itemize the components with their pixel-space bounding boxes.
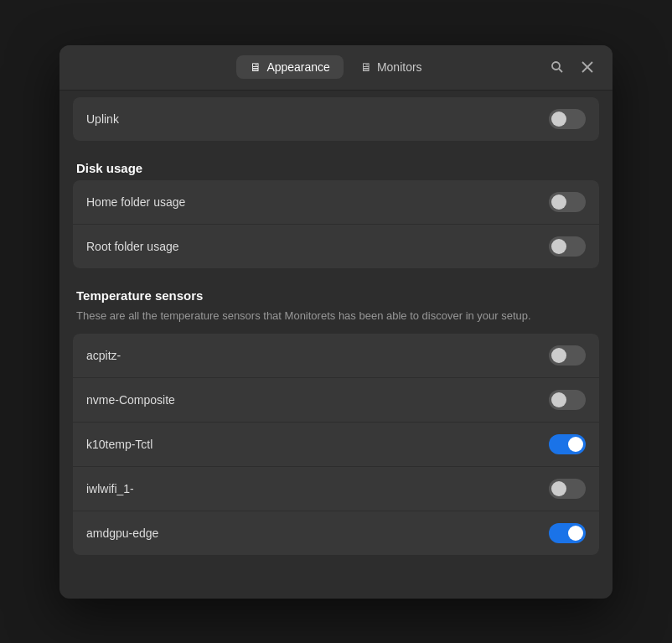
acpitz-thumb <box>551 348 566 363</box>
acpitz-label: acpitz- <box>86 349 121 362</box>
titlebar: 🖥 Appearance 🖥 Monitors <box>59 45 613 91</box>
nvme-composite-thumb <box>551 392 566 407</box>
home-folder-thumb <box>551 194 566 210</box>
amdgpu-edge-track[interactable] <box>549 523 586 543</box>
titlebar-actions <box>545 55 599 79</box>
table-row: acpitz- <box>73 334 599 377</box>
search-icon <box>551 60 564 74</box>
temperature-sensors-desc: These are all the temperature sensors th… <box>73 308 599 324</box>
content-area: Uplink Disk usage Home folder usage <box>59 91 613 599</box>
k10temp-tctl-track[interactable] <box>549 434 586 454</box>
home-folder-track[interactable] <box>549 192 586 212</box>
root-folder-label: Root folder usage <box>86 240 179 253</box>
nvme-composite-track[interactable] <box>549 390 586 410</box>
table-row: Home folder usage <box>73 180 599 224</box>
k10temp-tctl-label: k10temp-Tctl <box>86 438 152 451</box>
nvme-composite-toggle[interactable] <box>549 390 586 410</box>
acpitz-toggle[interactable] <box>549 345 586 366</box>
settings-window: 🖥 Appearance 🖥 Monitors <box>59 45 613 599</box>
uplink-toggle[interactable] <box>549 109 586 129</box>
home-folder-toggle[interactable] <box>549 192 586 212</box>
amdgpu-edge-thumb <box>568 526 583 541</box>
uplink-thumb <box>551 111 566 127</box>
table-row: amdgpu-edge <box>73 511 599 555</box>
search-button[interactable] <box>545 55 569 79</box>
table-row: Root folder usage <box>73 224 599 268</box>
table-row: nvme-Composite <box>73 377 599 422</box>
table-row: iwlwifi_1- <box>73 466 599 511</box>
uplink-track[interactable] <box>549 109 586 129</box>
temperature-sensors-title: Temperature sensors <box>73 288 599 303</box>
disk-usage-title: Disk usage <box>73 161 599 175</box>
svg-point-0 <box>552 62 560 70</box>
root-folder-track[interactable] <box>549 236 586 257</box>
disk-usage-group: Home folder usage Root folder usage <box>73 180 599 268</box>
amdgpu-edge-label: amdgpu-edge <box>86 526 158 540</box>
iwlwifi-1-toggle[interactable] <box>549 479 586 499</box>
tab-appearance[interactable]: 🖥 Appearance <box>236 55 344 79</box>
tab-appearance-label: Appearance <box>266 60 330 74</box>
root-folder-toggle[interactable] <box>549 236 586 257</box>
table-row: Uplink <box>73 97 599 141</box>
home-folder-label: Home folder usage <box>86 195 185 209</box>
uplink-label: Uplink <box>86 112 119 126</box>
temperature-sensors-group: acpitz- nvme-Composite k10temp-Tctl <box>73 334 599 555</box>
uplink-group: Uplink <box>73 97 599 141</box>
k10temp-tctl-toggle[interactable] <box>549 434 586 454</box>
iwlwifi-1-thumb <box>551 481 566 496</box>
monitors-icon: 🖥 <box>360 60 372 74</box>
iwlwifi-1-label: iwlwifi_1- <box>86 482 134 495</box>
iwlwifi-1-track[interactable] <box>549 479 586 499</box>
root-folder-thumb <box>551 239 566 254</box>
tab-bar: 🖥 Appearance 🖥 Monitors <box>236 55 435 79</box>
k10temp-tctl-thumb <box>568 437 583 452</box>
amdgpu-edge-toggle[interactable] <box>549 523 586 543</box>
svg-line-1 <box>559 69 562 72</box>
close-icon <box>582 61 593 73</box>
close-button[interactable] <box>576 55 599 79</box>
tab-monitors-label: Monitors <box>377 60 422 74</box>
tab-monitors[interactable]: 🖥 Monitors <box>347 55 436 79</box>
appearance-icon: 🖥 <box>250 60 261 74</box>
table-row: k10temp-Tctl <box>73 422 599 466</box>
acpitz-track[interactable] <box>549 345 586 366</box>
nvme-composite-label: nvme-Composite <box>86 393 175 407</box>
